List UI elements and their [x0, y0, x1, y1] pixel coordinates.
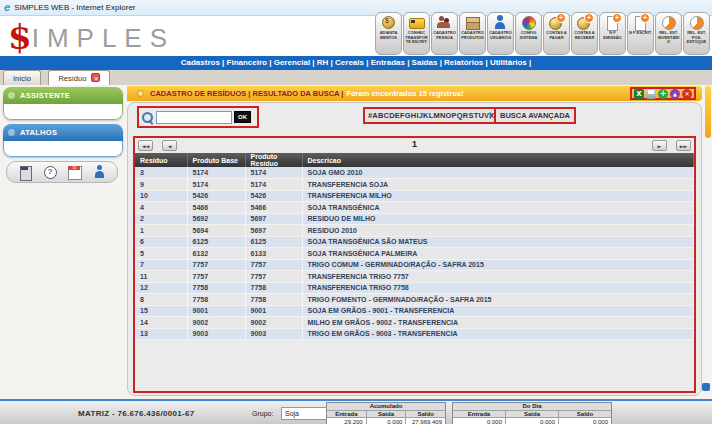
toolbar-button-label: N F EMISSÃO	[600, 31, 625, 40]
toolbar-button-icon	[604, 15, 621, 30]
help-icon[interactable]	[43, 165, 57, 180]
tab-residuo-label: Resíduo	[58, 74, 86, 83]
export-excel-icon[interactable]	[634, 89, 644, 99]
pager-next-icon[interactable]	[652, 140, 667, 151]
toolbar-button-label: ADIANTA MENTOS	[376, 31, 401, 40]
table-row[interactable]: 14 9002 9002 MILHO EM GRÃOS - 9002 - TRA…	[135, 317, 694, 329]
table-row[interactable]: 2 5692 5697 RESIDUO DE MILHO	[135, 213, 694, 225]
cell-residuo: 6	[135, 236, 187, 248]
content-area: CADASTRO DE RESÍDUOS | RESULTADO DA BUSC…	[127, 85, 712, 399]
table-row[interactable]: 13 9003 9003 TRIGO EM GRÃOS - 9003 - TRA…	[135, 328, 694, 340]
toolbar-button[interactable]: N F EMISSÃO	[599, 12, 626, 55]
result-header-bar: CADASTRO DE RESÍDUOS | RESULTADO DA BUSC…	[127, 86, 702, 101]
toolbar-button[interactable]: ADIANTA MENTOS	[375, 12, 402, 55]
sidebar-assistente-header[interactable]: ASSISTENTE	[3, 87, 123, 104]
cell-produto-residuo: 5174	[245, 167, 302, 179]
table-row[interactable]: 7 7757 7757 TRIGO COMUM - GERMINADO/RAÇÃ…	[135, 259, 694, 271]
cell-descricao: MILHO EM GRÃOS - 9002 - TRANSFERENCIA	[302, 317, 694, 329]
column-header[interactable]: Resíduo	[135, 153, 187, 167]
cell-residuo: 3	[135, 167, 187, 179]
cell-produto-base: 5466	[187, 202, 245, 214]
cell-descricao: SOJA GMO 2010	[302, 167, 694, 179]
table-row[interactable]: 11 7757 7757 TRANSFERENCIA TRIGO 7757	[135, 271, 694, 283]
tab-residuo[interactable]: Resíduo	[48, 70, 110, 85]
user-profile-icon[interactable]	[92, 165, 106, 180]
scroll-corner-icon	[702, 383, 710, 391]
table-row[interactable]: 6 6125 6125 SOJA TRANSGÊNICA SÃO MATEUS	[135, 236, 694, 248]
toolbar-button[interactable]: REL. EST. INVENTÁRIO	[655, 12, 682, 55]
yellow-edge-strip	[705, 86, 711, 138]
upload-icon[interactable]	[670, 89, 680, 99]
table-row[interactable]: 10 5426 5426 TRANSFERENCIA MILHO	[135, 190, 694, 202]
summary-column-header: Saída	[367, 410, 407, 417]
menu-item[interactable]: Saídas	[405, 58, 437, 67]
toolbar-button-label: CONTAS A RECEBER	[572, 31, 597, 40]
header-band: $IMPLES ADIANTA MENTOS CONHEC TRANSPORTE…	[0, 16, 712, 56]
toolbar-button-icon	[632, 15, 649, 30]
column-header[interactable]: Produto Resíduo	[245, 153, 302, 167]
summary-value: 0,000	[506, 417, 559, 424]
close-tab-icon[interactable]	[91, 73, 100, 82]
logo-text: IMPLES	[32, 23, 175, 53]
table-row[interactable]: 3 5174 5174 SOJA GMO 2010	[135, 167, 694, 179]
cell-descricao: TRANSFERENCIA MILHO	[302, 190, 694, 202]
toolbar-button[interactable]: CADASTRO USUÁRIOS	[487, 12, 514, 55]
toolbar-button[interactable]: N F ESCRIT.	[627, 12, 654, 55]
menu-item[interactable]: Financeiro	[220, 58, 267, 67]
calendar-icon[interactable]	[67, 165, 81, 180]
menu-item[interactable]: Cadastros	[181, 58, 220, 67]
cell-produto-residuo: 5466	[245, 202, 302, 214]
sidebar-atalhos-header[interactable]: ATALHOS	[3, 124, 123, 141]
company-id: MATRIZ - 76.676.436/0001-67	[78, 409, 194, 418]
menu-item[interactable]: Relatórios	[437, 58, 483, 67]
menu-item[interactable]: Entradas	[364, 58, 405, 67]
column-header[interactable]: Produto Base	[187, 153, 245, 167]
table-row[interactable]: 1 5694 5697 RESIDUO 2010	[135, 225, 694, 237]
toolbar-button-icon	[520, 15, 537, 30]
summary-value: 0,000	[367, 417, 407, 424]
cell-produto-residuo: 5426	[245, 190, 302, 202]
column-header[interactable]: Descricao	[302, 153, 694, 167]
table-row[interactable]: 15 9001 9001 SOJA EM GRÃOS - 9001 - TRAN…	[135, 305, 694, 317]
menu-item[interactable]: RH	[310, 58, 328, 67]
cell-produto-base: 5174	[187, 167, 245, 179]
results-table-container: 1 ResíduoProduto BaseProduto ResíduoDesc…	[133, 136, 696, 393]
search-ok-button[interactable]: OK	[234, 111, 251, 123]
table-row[interactable]: 9 5174 5174 TRANSFERENCIA SOJA	[135, 179, 694, 191]
summary-column-header: Saída	[506, 410, 559, 417]
cell-residuo: 1	[135, 225, 187, 237]
toolbar-button[interactable]: CONFIG SISTEMA	[515, 12, 542, 55]
calculator-icon[interactable]	[18, 165, 32, 180]
add-record-icon[interactable]	[658, 89, 668, 99]
cell-descricao: TRIGO COMUM - GERMINADO/RAÇÃO - SAFRA 20…	[302, 259, 694, 271]
toolbar-button-icon	[688, 15, 705, 30]
toolbar-button[interactable]: CONHEC TRANSPORTE ESCRIT.	[403, 12, 430, 55]
advanced-search-link[interactable]: BUSCA AVANÇADA	[494, 107, 576, 124]
cell-produto-residuo: 6133	[245, 248, 302, 260]
page-number[interactable]: 1	[135, 139, 694, 149]
close-panel-icon[interactable]	[682, 89, 692, 99]
toolbar-button[interactable]: CADASTRO PESSOA	[431, 12, 458, 55]
table-row[interactable]: 4 5466 5466 SOJA TRANSGÊNICA	[135, 202, 694, 214]
table-row[interactable]: 5 6132 6133 SOJA TRANSGÊNICA PALMEIRA	[135, 248, 694, 260]
pager-last-icon[interactable]	[676, 140, 691, 151]
tab-inicio[interactable]: Início	[3, 70, 41, 85]
table-row[interactable]: 8 7758 7758 TRIGO FOMENTO - GERMINADO/RA…	[135, 294, 694, 306]
table-row[interactable]: 12 7758 7758 TRANSFERENCIA TRIGO 7758	[135, 282, 694, 294]
menu-item[interactable]: Gerencial	[267, 58, 310, 67]
tab-inicio-label: Início	[13, 74, 31, 83]
toolbar-button-icon	[464, 15, 481, 30]
menu-item[interactable]: Utilitários	[483, 58, 527, 67]
menu-item[interactable]: Cereais	[328, 58, 364, 67]
cell-produto-residuo: 9001	[245, 305, 302, 317]
print-icon[interactable]	[646, 89, 656, 99]
toolbar-button[interactable]: CONTAS A RECEBER	[571, 12, 598, 55]
search-input[interactable]	[156, 111, 232, 124]
window-title: SIMPLES WEB - Internet Explorer	[14, 3, 135, 12]
toolbar-button-label: CONFIG SISTEMA	[516, 31, 541, 40]
grupo-label: Grupo:	[252, 410, 273, 417]
toolbar-button[interactable]: CONTAS A PAGAR	[543, 12, 570, 55]
cell-descricao: TRIGO FOMENTO - GERMINADO/RAÇÃO - SAFRA …	[302, 294, 694, 306]
toolbar-button[interactable]: REL. EST. POS. ESTOQUE	[683, 12, 710, 55]
toolbar-button[interactable]: CADASTRO PRODUTOS	[459, 12, 486, 55]
